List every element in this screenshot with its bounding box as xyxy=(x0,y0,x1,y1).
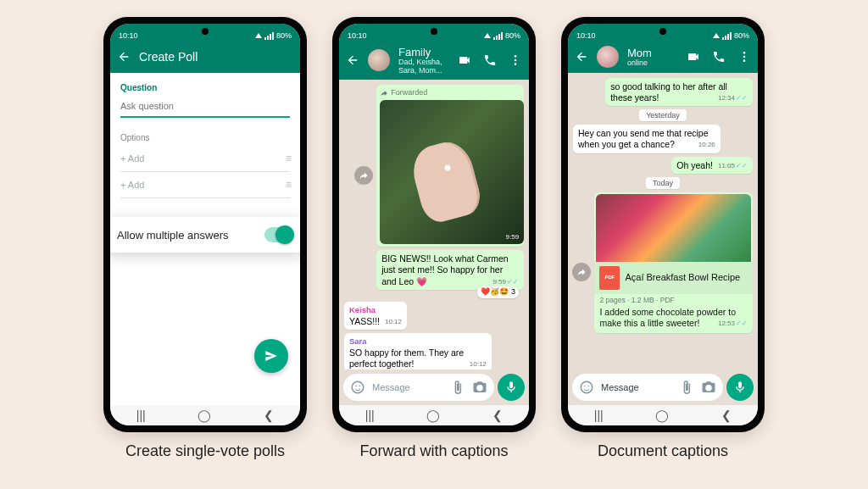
message-input[interactable]: Message xyxy=(572,374,723,401)
forwarded-label: Forwarded xyxy=(380,88,520,97)
nav-back-icon[interactable]: ❮ xyxy=(492,408,503,422)
message-time: 12:34✓✓ xyxy=(718,94,748,103)
voice-call-icon[interactable] xyxy=(483,53,497,67)
sender-name: Keisha xyxy=(349,305,402,315)
send-poll-fab[interactable] xyxy=(254,339,288,373)
nav-back-icon[interactable]: ❮ xyxy=(721,408,732,422)
camera-icon[interactable] xyxy=(472,380,487,395)
more-menu-icon[interactable] xyxy=(737,50,751,64)
image-timestamp: 9:59 xyxy=(506,233,520,242)
drag-handle-icon[interactable]: ≡ xyxy=(286,179,290,191)
outgoing-message[interactable]: so good talking to her after all these y… xyxy=(605,78,753,106)
mic-button[interactable] xyxy=(726,374,754,401)
svg-point-3 xyxy=(352,381,364,393)
attach-icon[interactable] xyxy=(679,380,694,395)
message-time: 11:05✓✓ xyxy=(718,162,748,170)
video-call-icon[interactable] xyxy=(687,50,700,64)
status-time: 10:10 xyxy=(576,31,596,40)
back-arrow-icon[interactable] xyxy=(575,50,588,64)
multiple-answers-toggle[interactable] xyxy=(264,227,293,242)
message-input-bar: Message xyxy=(339,370,529,405)
battery-text: 80% xyxy=(276,31,292,40)
document-thumbnail xyxy=(596,194,751,262)
send-icon xyxy=(264,348,279,364)
back-arrow-icon[interactable] xyxy=(117,50,131,64)
chat-body[interactable]: so good talking to her after all these y… xyxy=(568,73,758,370)
chat-body[interactable]: Forwarded 9:59 BIG NEWS!! Look what Carm… xyxy=(339,80,529,370)
nav-recents-icon[interactable]: ||| xyxy=(136,408,146,422)
chat-avatar[interactable] xyxy=(597,46,619,68)
options-label: Options xyxy=(120,133,290,142)
phone-camera-dot xyxy=(431,28,437,35)
nav-home-icon[interactable]: ◯ xyxy=(655,408,669,422)
status-time: 10:10 xyxy=(119,31,138,40)
question-input[interactable] xyxy=(120,97,290,118)
mic-icon xyxy=(733,381,747,394)
svg-point-6 xyxy=(743,52,746,54)
app-bar: Create Poll xyxy=(110,41,300,73)
video-call-icon[interactable] xyxy=(458,53,471,67)
incoming-message[interactable]: Sara SO happy for them. They are perfect… xyxy=(344,333,492,370)
camera-icon[interactable] xyxy=(701,380,716,395)
signal-bars-icon xyxy=(493,32,503,40)
back-arrow-icon[interactable] xyxy=(346,53,359,67)
caption-2: Forward with captions xyxy=(359,442,508,460)
signal-wifi-icon xyxy=(484,33,491,38)
document-message[interactable]: Açaí Breakfast Bowl Recipe 2 pages · 1.2… xyxy=(594,192,753,333)
nav-recents-icon[interactable]: ||| xyxy=(365,408,375,422)
emoji-icon[interactable] xyxy=(350,380,365,395)
add-option-label: + Add xyxy=(120,180,144,190)
phone-camera-dot xyxy=(659,28,666,35)
input-placeholder: Message xyxy=(372,382,443,392)
reaction-pill[interactable]: ❤️🥳🤩 3 xyxy=(477,286,519,297)
chat-subtitle: Dad, Keisha, Sara, Mom... xyxy=(398,58,449,75)
chat-title-block[interactable]: Family Dad, Keisha, Sara, Mom... xyxy=(398,46,449,75)
phone-camera-dot xyxy=(202,28,209,35)
poll-form: Question Options + Add ≡ + Add ≡ Allow m… xyxy=(110,73,300,405)
message-time: 10:12 xyxy=(470,360,487,369)
outgoing-message[interactable]: Oh yeah! 11:05✓✓ xyxy=(671,157,753,174)
online-status: online xyxy=(627,58,678,67)
message-input[interactable]: Message xyxy=(343,374,494,401)
android-nav-bar: ||| ◯ ❮ xyxy=(110,405,300,425)
column-2: 10:10 80% Family Dad, Keisha, Sara, Mom.… xyxy=(332,17,536,460)
forwarded-image-message[interactable]: Forwarded 9:59 xyxy=(376,85,524,247)
nav-recents-icon[interactable]: ||| xyxy=(594,408,604,422)
message-text: so good talking to her after all these y… xyxy=(610,81,727,103)
incoming-message[interactable]: Keisha YASS!!! 10:12 xyxy=(344,302,407,330)
svg-point-11 xyxy=(588,386,590,387)
voice-call-icon[interactable] xyxy=(712,50,726,64)
svg-point-5 xyxy=(359,386,361,387)
incoming-message[interactable]: Hey can you send me that recipe when you… xyxy=(573,125,721,153)
document-info-row[interactable]: Açaí Breakfast Bowl Recipe xyxy=(594,262,753,294)
mic-button[interactable] xyxy=(498,374,525,401)
attach-icon[interactable] xyxy=(450,380,465,395)
message-text: Hey can you send me that recipe when you… xyxy=(578,128,709,149)
forward-button[interactable] xyxy=(354,166,373,185)
add-option-row[interactable]: + Add ≡ xyxy=(120,146,290,172)
forward-button[interactable] xyxy=(572,263,591,281)
message-text: BIG NEWS!! Look what Carmen just sent me… xyxy=(381,253,508,286)
more-menu-icon[interactable] xyxy=(509,53,522,67)
status-time: 10:10 xyxy=(348,31,367,40)
screen-2: 10:10 80% Family Dad, Keisha, Sara, Mom.… xyxy=(339,24,529,425)
message-input-bar: Message xyxy=(568,370,758,405)
nav-home-icon[interactable]: ◯ xyxy=(198,408,211,422)
emoji-icon[interactable] xyxy=(579,380,594,395)
drag-handle-icon[interactable]: ≡ xyxy=(286,153,290,164)
svg-point-4 xyxy=(355,386,357,387)
message-text: Oh yeah! xyxy=(676,160,713,170)
message-text: SO happy for them. They are perfect toge… xyxy=(349,347,464,369)
nav-home-icon[interactable]: ◯ xyxy=(426,408,440,422)
column-1: 10:10 80% Create Poll Question Options xyxy=(103,17,307,460)
outgoing-message[interactable]: BIG NEWS!! Look what Carmen just sent me… xyxy=(376,250,524,289)
chat-title-block[interactable]: Mom online xyxy=(627,47,678,67)
document-meta: 2 pages · 1.2 MB · PDF xyxy=(596,294,751,305)
chat-avatar[interactable] xyxy=(368,49,390,71)
signal-bars-icon xyxy=(264,32,274,40)
nav-back-icon[interactable]: ❮ xyxy=(264,408,274,422)
document-caption: I added some chocolate powder to make th… xyxy=(596,304,751,329)
image-attachment[interactable]: 9:59 xyxy=(380,100,524,244)
add-option-row[interactable]: + Add ≡ xyxy=(120,172,290,198)
message-text: YASS!!! xyxy=(349,316,380,326)
